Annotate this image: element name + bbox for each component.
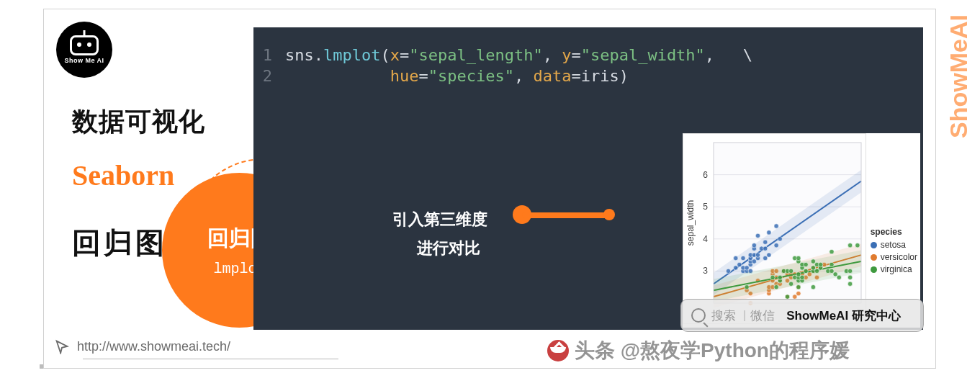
svg-point-92 xyxy=(796,285,801,289)
svg-text:5: 5 xyxy=(703,202,708,212)
annotation: 引入第三维度 进行对比 xyxy=(392,209,487,259)
svg-point-12 xyxy=(726,269,730,273)
svg-point-88 xyxy=(788,282,793,286)
svg-point-117 xyxy=(837,275,841,279)
footer-url[interactable]: http://www.showmeai.tech/ xyxy=(77,339,230,354)
line-number: 2 xyxy=(253,67,285,85)
chart-legend: species setosaversicolorvirginica xyxy=(871,227,917,277)
footer: http://www.showmeai.tech/ xyxy=(54,338,230,354)
svg-point-116 xyxy=(833,272,837,277)
svg-point-68 xyxy=(796,291,801,295)
svg-point-103 xyxy=(804,262,808,266)
svg-point-41 xyxy=(778,237,782,241)
annotation-connector xyxy=(522,212,608,218)
annotation-line1: 引入第三维度 xyxy=(392,209,487,230)
svg-point-102 xyxy=(804,269,808,273)
svg-text:4: 4 xyxy=(703,234,708,244)
legend-label: setosa xyxy=(881,240,906,250)
svg-point-99 xyxy=(800,275,804,279)
svg-point-13 xyxy=(734,266,738,270)
library-name: Seaborn xyxy=(72,158,174,192)
svg-point-37 xyxy=(767,253,771,257)
annotation-line2: 进行对比 xyxy=(392,238,487,259)
svg-point-113 xyxy=(830,269,834,273)
chart-category: 回归图 xyxy=(72,223,167,263)
svg-point-119 xyxy=(848,282,852,286)
search-account: ShowMeAI 研究中心 xyxy=(786,307,901,324)
credit-name: 熬夜学Python的程序媛 xyxy=(640,339,850,361)
svg-point-36 xyxy=(763,240,768,244)
svg-point-104 xyxy=(811,285,815,289)
svg-point-31 xyxy=(755,253,760,257)
svg-text:3: 3 xyxy=(703,266,708,276)
legend-label: virginica xyxy=(881,264,912,274)
svg-point-107 xyxy=(811,259,815,264)
svg-point-32 xyxy=(755,233,760,238)
annotation-end-dot-icon xyxy=(603,209,615,220)
svg-point-121 xyxy=(848,269,852,273)
line-number: 1 xyxy=(253,46,285,64)
footer-underline xyxy=(83,359,338,359)
credit: 头条 @熬夜学Python的程序媛 xyxy=(547,337,850,364)
svg-point-97 xyxy=(796,256,801,260)
svg-point-40 xyxy=(774,224,778,228)
svg-point-95 xyxy=(796,272,801,277)
cursor-icon xyxy=(54,338,70,354)
svg-point-14 xyxy=(734,256,738,260)
brand-logo: Show Me AI xyxy=(56,22,112,78)
code-content: hue="species", data=iris) xyxy=(285,67,629,85)
svg-point-29 xyxy=(752,243,756,248)
svg-point-39 xyxy=(774,243,778,248)
svg-point-122 xyxy=(848,243,852,248)
brand-vertical: ShowMeAI xyxy=(945,14,973,138)
svg-point-82 xyxy=(774,285,778,289)
legend-swatch-icon xyxy=(871,266,877,273)
svg-point-81 xyxy=(770,275,775,279)
svg-text:sepal_width: sepal_width xyxy=(685,200,696,246)
code-line: 1sns.lmplot(x="sepal_length", y="sepal_w… xyxy=(253,45,923,66)
topic-title: 数据可视化 xyxy=(72,104,205,140)
svg-point-89 xyxy=(788,269,793,273)
svg-point-114 xyxy=(830,262,834,266)
search-pill[interactable]: 搜索 | 微信 ShowMeAI 研究中心 xyxy=(680,299,924,332)
svg-point-123 xyxy=(855,243,860,248)
svg-point-80 xyxy=(745,285,749,289)
legend-item: setosa xyxy=(871,240,917,250)
credit-prefix: 头条 @ xyxy=(575,339,640,361)
code-content: sns.lmplot(x="sepal_length", y="sepal_wi… xyxy=(285,46,752,64)
legend-swatch-icon xyxy=(871,254,877,261)
svg-point-20 xyxy=(745,266,749,270)
svg-point-18 xyxy=(741,256,745,260)
svg-point-115 xyxy=(830,249,834,253)
search-placeholder: 搜索 xyxy=(711,307,736,324)
legend-swatch-icon xyxy=(871,242,877,248)
svg-point-15 xyxy=(737,262,742,266)
separator-icon: | xyxy=(743,309,746,322)
legend-item: virginica xyxy=(871,264,917,274)
code-line: 2 hue="species", data=iris) xyxy=(253,66,923,86)
search-channel: 微信 xyxy=(750,307,775,324)
svg-point-38 xyxy=(767,230,771,235)
svg-point-84 xyxy=(778,275,782,279)
robot-icon xyxy=(70,35,99,55)
legend-title: species xyxy=(871,227,917,237)
svg-point-108 xyxy=(814,269,819,273)
svg-point-106 xyxy=(811,266,815,270)
svg-point-26 xyxy=(752,259,756,264)
search-icon xyxy=(691,308,706,323)
svg-point-34 xyxy=(763,256,768,260)
legend-item: versicolor xyxy=(871,252,917,262)
svg-point-120 xyxy=(848,275,852,279)
brand-name: Show Me AI xyxy=(64,57,104,64)
legend-label: versicolor xyxy=(881,252,917,262)
svg-point-35 xyxy=(763,246,768,251)
svg-point-111 xyxy=(818,262,822,266)
svg-text:6: 6 xyxy=(703,170,708,180)
toutiao-icon xyxy=(547,340,569,361)
